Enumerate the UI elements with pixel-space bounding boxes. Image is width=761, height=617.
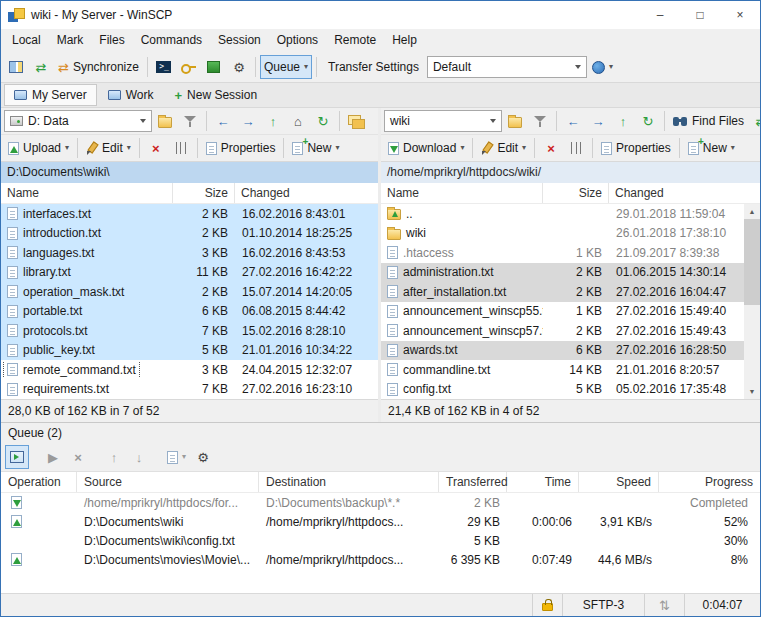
minimize-button[interactable]: – bbox=[640, 1, 680, 29]
file-row[interactable]: portable.txt6 KB06.08.2015 8:44:42 bbox=[1, 302, 378, 322]
open-terminal-button[interactable]: >_ bbox=[152, 55, 176, 79]
queue-row[interactable]: D:\Documents\wiki/home/mprikryl/httpdocs… bbox=[1, 512, 760, 531]
download-button[interactable]: Download▾ bbox=[384, 136, 468, 160]
file-row[interactable]: protocols.txt7 KB15.02.2016 8:28:10 bbox=[1, 321, 378, 341]
queue-column-progress[interactable]: Progress bbox=[659, 472, 760, 492]
menu-files[interactable]: Files bbox=[91, 29, 132, 52]
file-row[interactable]: remote_command.txt3 KB24.04.2015 12:32:0… bbox=[1, 360, 378, 380]
queue-column-operation[interactable]: Operation bbox=[1, 472, 77, 492]
forward-button[interactable]: → bbox=[236, 109, 260, 133]
parent-directory-button[interactable]: ↑ bbox=[261, 109, 285, 133]
transfer-options-button[interactable]: ▾ bbox=[588, 55, 617, 79]
queue-move-up-button[interactable]: ↑ bbox=[102, 445, 126, 469]
queue-toggle-button[interactable]: Queue▾ bbox=[260, 55, 312, 79]
synchronize-browsing-button[interactable]: ⇄ bbox=[749, 109, 761, 133]
scroll-down-button[interactable]: ▼ bbox=[744, 384, 760, 399]
column-header-size[interactable]: Size bbox=[543, 183, 609, 203]
file-row[interactable]: config.txt5 KB05.02.2016 17:35:48 bbox=[381, 380, 744, 400]
column-header-name[interactable]: Name bbox=[381, 183, 543, 203]
file-row[interactable]: requirements.txt7 KB27.02.2016 16:23:10 bbox=[1, 380, 378, 400]
delete-button[interactable]: × bbox=[539, 136, 563, 160]
new-button[interactable]: +New▾ bbox=[288, 136, 343, 160]
parent-directory-button[interactable]: ↑ bbox=[611, 109, 635, 133]
find-files-button[interactable]: Find Files bbox=[669, 109, 748, 133]
file-row[interactable]: ..29.01.2018 11:59:04 bbox=[381, 204, 744, 224]
filter-button[interactable] bbox=[528, 109, 552, 133]
refresh-button[interactable]: ↻ bbox=[636, 109, 660, 133]
queue-column-speed[interactable]: Speed bbox=[579, 472, 659, 492]
edit-button[interactable]: Edit▾ bbox=[477, 136, 530, 160]
tab-new-session[interactable]: +New Session bbox=[164, 84, 267, 106]
preferences-button[interactable]: ⚙ bbox=[227, 55, 251, 79]
tab-my-server[interactable]: My Server bbox=[4, 84, 97, 106]
open-directory-button[interactable] bbox=[153, 109, 177, 133]
queue-show-button[interactable] bbox=[5, 445, 29, 469]
file-row[interactable]: announcement_winscp57.txt2 KB27.02.2016 … bbox=[381, 321, 744, 341]
file-row[interactable]: announcement_winscp55.txt1 KB27.02.2016 … bbox=[381, 302, 744, 322]
remote-directory-combo[interactable]: wiki bbox=[384, 110, 502, 132]
synchronize-browsing-button[interactable]: ⇄ bbox=[29, 55, 53, 79]
menu-local[interactable]: Local bbox=[4, 29, 49, 52]
file-row[interactable]: introduction.txt2 KB01.10.2014 18:25:25 bbox=[1, 224, 378, 244]
file-row[interactable]: commandline.txt14 KB21.01.2016 8:20:57 bbox=[381, 360, 744, 380]
file-row[interactable]: interfaces.txt2 KB16.02.2016 8:43:01 bbox=[1, 204, 378, 224]
queue-column-destination[interactable]: Destination bbox=[259, 472, 439, 492]
rename-button[interactable] bbox=[169, 136, 193, 160]
directory-tree-button[interactable] bbox=[344, 109, 369, 133]
queue-preferences-button[interactable]: ⚙ bbox=[191, 445, 215, 469]
queue-column-source[interactable]: Source bbox=[77, 472, 259, 492]
column-header-size[interactable]: Size bbox=[173, 183, 235, 203]
column-header-name[interactable]: Name bbox=[1, 183, 173, 203]
refresh-button[interactable]: ↻ bbox=[311, 109, 335, 133]
queue-resume-button[interactable]: ▶ bbox=[41, 445, 65, 469]
column-header-changed[interactable]: Changed bbox=[609, 183, 760, 203]
file-row[interactable]: wiki26.01.2018 17:38:10 bbox=[381, 224, 744, 244]
open-putty-button[interactable] bbox=[177, 55, 201, 79]
scrollbar-thumb[interactable] bbox=[744, 219, 760, 305]
rename-button[interactable] bbox=[564, 136, 588, 160]
file-row[interactable]: library.txt11 KB27.02.2016 16:42:22 bbox=[1, 263, 378, 283]
queue-delete-button[interactable]: × bbox=[66, 445, 90, 469]
menu-remote[interactable]: Remote bbox=[326, 29, 384, 52]
file-row[interactable]: operation_mask.txt2 KB15.07.2014 14:20:0… bbox=[1, 282, 378, 302]
open-directory-button[interactable] bbox=[503, 109, 527, 133]
queue-process-button[interactable]: ▾ bbox=[163, 445, 190, 469]
menu-mark[interactable]: Mark bbox=[49, 29, 92, 52]
background-transfers-button[interactable] bbox=[202, 55, 226, 79]
upload-button[interactable]: Upload▾ bbox=[4, 136, 73, 160]
properties-button[interactable]: Properties bbox=[202, 136, 280, 160]
home-directory-button[interactable]: ⌂ bbox=[286, 109, 310, 133]
maximize-button[interactable]: □ bbox=[680, 1, 720, 29]
drive-combo[interactable]: D: Data bbox=[4, 110, 152, 132]
edit-button[interactable]: Edit▾ bbox=[82, 136, 135, 160]
file-row[interactable]: public_key.txt5 KB21.01.2016 10:34:22 bbox=[1, 341, 378, 361]
queue-row[interactable]: /home/mprikryl/httpdocs/for...D:\Documen… bbox=[1, 493, 760, 512]
synchronize-button[interactable]: ⇄Synchronize bbox=[54, 55, 143, 79]
vertical-scrollbar[interactable]: ▲ ▼ bbox=[744, 204, 760, 399]
filter-button[interactable] bbox=[178, 109, 202, 133]
column-header-changed[interactable]: Changed bbox=[235, 183, 378, 203]
new-button[interactable]: +New▾ bbox=[684, 136, 739, 160]
file-row[interactable]: awards.txt6 KB27.02.2016 16:28:50 bbox=[381, 341, 744, 361]
back-button[interactable]: ← bbox=[211, 109, 235, 133]
protocol-status[interactable]: SFTP-3 bbox=[562, 594, 644, 616]
menu-commands[interactable]: Commands bbox=[133, 29, 210, 52]
file-row[interactable]: administration.txt2 KB01.06.2015 14:30:1… bbox=[381, 263, 744, 283]
transfer-settings-combo[interactable]: Default bbox=[427, 56, 587, 78]
menu-options[interactable]: Options bbox=[269, 29, 326, 52]
properties-button[interactable]: Properties bbox=[597, 136, 675, 160]
forward-button[interactable]: → bbox=[586, 109, 610, 133]
encryption-status[interactable] bbox=[532, 594, 562, 616]
close-button[interactable]: × bbox=[720, 1, 760, 29]
queue-header[interactable]: Queue (2) bbox=[1, 422, 760, 443]
queue-column-time[interactable]: Time bbox=[507, 472, 579, 492]
compare-directories-button[interactable] bbox=[4, 55, 28, 79]
queue-move-down-button[interactable]: ↓ bbox=[127, 445, 151, 469]
scroll-up-button[interactable]: ▲ bbox=[744, 204, 760, 219]
remote-path-header[interactable]: /home/mprikryl/httpdocs/wiki/ bbox=[381, 162, 760, 183]
file-row[interactable]: .htaccess1 KB21.09.2017 8:39:38 bbox=[381, 243, 744, 263]
menu-session[interactable]: Session bbox=[210, 29, 269, 52]
queue-row[interactable]: D:\Documents\movies\Movie\.../home/mprik… bbox=[1, 550, 760, 569]
back-button[interactable]: ← bbox=[561, 109, 585, 133]
file-row[interactable]: after_installation.txt2 KB27.02.2016 16:… bbox=[381, 282, 744, 302]
